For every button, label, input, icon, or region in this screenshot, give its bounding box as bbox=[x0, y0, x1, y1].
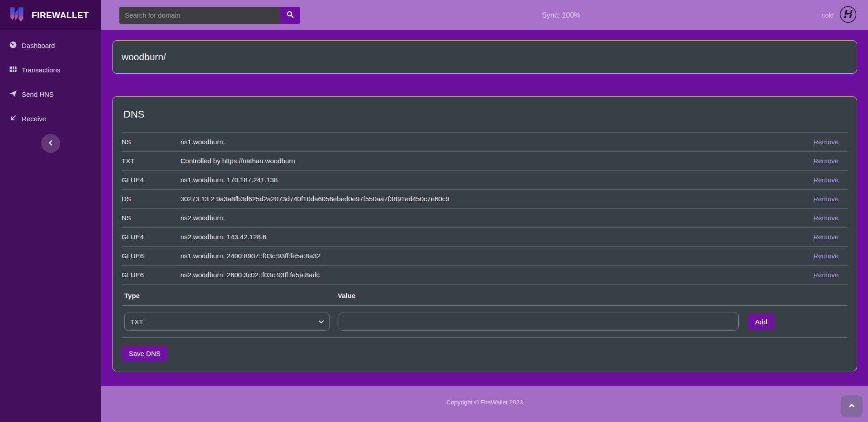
handshake-logo-icon[interactable]: H bbox=[839, 5, 857, 25]
dns-records-table: NS ns1.woodburn. Remove TXT Controlled b… bbox=[122, 132, 848, 284]
record-type-select-wrap: TXT bbox=[124, 313, 330, 331]
table-row: GLUE6 ns2.woodburn. 2600:3c02::f03c:93ff… bbox=[122, 266, 848, 284]
domain-card: woodburn/ bbox=[112, 40, 857, 74]
chevron-left-icon bbox=[48, 140, 53, 147]
record-value: ns1.woodburn. 2400:8907::f03c:93ff:fe5a:… bbox=[180, 247, 813, 266]
search-input[interactable] bbox=[119, 7, 280, 24]
sidebar-item-label: Send HNS bbox=[22, 90, 54, 98]
transactions-icon bbox=[9, 65, 17, 75]
send-icon bbox=[9, 90, 17, 99]
page-title: woodburn/ bbox=[122, 52, 166, 62]
svg-text:H: H bbox=[844, 7, 853, 21]
record-type: GLUE6 bbox=[122, 266, 180, 284]
sync-status: Sync: 100% bbox=[300, 11, 822, 19]
sidebar-item-dashboard[interactable]: Dashboard bbox=[0, 38, 101, 52]
sidebar-item-label: Receive bbox=[22, 115, 46, 123]
table-row: DS 30273 13 2 9a3a8fb3d625d2a2073d740f10… bbox=[122, 190, 848, 209]
record-value: ns1.woodburn. bbox=[180, 133, 813, 152]
remove-link[interactable]: Remove bbox=[813, 233, 839, 241]
add-record-button[interactable]: Add bbox=[748, 313, 774, 330]
remove-link[interactable]: Remove bbox=[813, 214, 839, 222]
sidebar-item-send-hns[interactable]: Send HNS bbox=[0, 87, 101, 101]
header-bar: Sync: 100% cold H bbox=[101, 0, 868, 30]
footer: Copyright © FireWallet 2023 bbox=[101, 386, 868, 422]
remove-link[interactable]: Remove bbox=[813, 157, 839, 165]
record-type: GLUE4 bbox=[122, 171, 180, 190]
table-row: TXT Controlled by https://nathan.woodbur… bbox=[122, 152, 848, 171]
domain-search bbox=[119, 7, 300, 24]
record-type: NS bbox=[122, 209, 180, 228]
record-type: NS bbox=[122, 133, 180, 152]
value-column-header: Value bbox=[338, 292, 848, 299]
add-record-header: Type Value bbox=[122, 284, 848, 306]
record-type: DS bbox=[122, 190, 180, 209]
remove-link[interactable]: Remove bbox=[813, 138, 839, 146]
record-value: Controlled by https://nathan.woodburn bbox=[180, 152, 813, 171]
record-value: ns2.woodburn. 143.42.128.6 bbox=[180, 228, 813, 247]
receive-icon bbox=[9, 114, 17, 123]
table-row: NS ns1.woodburn. Remove bbox=[122, 133, 848, 152]
record-value-input[interactable] bbox=[339, 313, 739, 331]
sidebar: Dashboard Transactions Send HNS Rec bbox=[0, 30, 101, 422]
remove-link[interactable]: Remove bbox=[813, 176, 839, 184]
sidebar-item-receive[interactable]: Receive bbox=[0, 112, 101, 125]
record-value: 30273 13 2 9a3a8fb3d625d2a2073d740f10da6… bbox=[180, 190, 813, 209]
record-type: GLUE6 bbox=[122, 247, 180, 266]
remove-link[interactable]: Remove bbox=[813, 252, 839, 260]
scroll-to-top-button[interactable] bbox=[841, 395, 863, 417]
chevron-up-icon bbox=[849, 403, 855, 410]
sidebar-item-label: Transactions bbox=[22, 66, 60, 74]
copyright-text: Copyright © FireWallet 2023 bbox=[101, 386, 868, 406]
firewallet-logo-icon bbox=[7, 5, 26, 26]
remove-link[interactable]: Remove bbox=[813, 195, 839, 203]
record-type: TXT bbox=[122, 152, 180, 171]
add-record-form: TXT Add bbox=[122, 306, 848, 338]
search-icon bbox=[287, 11, 294, 19]
sidebar-item-label: Dashboard bbox=[22, 42, 55, 49]
wallet-name: cold bbox=[822, 12, 834, 19]
sidebar-collapse-button[interactable] bbox=[41, 134, 60, 153]
record-value: ns1.woodburn. 170.187.241.138 bbox=[180, 171, 813, 190]
search-button[interactable] bbox=[280, 7, 300, 24]
dashboard-icon bbox=[9, 41, 17, 50]
table-row: GLUE4 ns1.woodburn. 170.187.241.138 Remo… bbox=[122, 171, 848, 190]
record-value: ns2.woodburn. 2600:3c02::f03c:93ff:fe5a:… bbox=[180, 266, 813, 284]
dns-card: DNS NS ns1.woodburn. Remove TXT Controll… bbox=[112, 96, 857, 371]
brand-area[interactable]: FIREWALLET bbox=[0, 0, 101, 30]
record-type: GLUE4 bbox=[122, 228, 180, 247]
dns-section-title: DNS bbox=[122, 106, 848, 132]
record-type-select[interactable]: TXT bbox=[124, 313, 330, 331]
type-column-header: Type bbox=[124, 292, 338, 299]
table-row: GLUE4 ns2.woodburn. 143.42.128.6 Remove bbox=[122, 228, 848, 247]
table-row: NS ns2.woodburn. Remove bbox=[122, 209, 848, 228]
wallet-selector[interactable]: cold H bbox=[822, 5, 857, 25]
save-dns-button[interactable]: Save DNS bbox=[122, 345, 168, 362]
top-header: FIREWALLET Sync: 100% cold H bbox=[0, 0, 868, 30]
brand-name: FIREWALLET bbox=[32, 10, 89, 20]
sidebar-item-transactions[interactable]: Transactions bbox=[0, 63, 101, 76]
main-content: woodburn/ DNS NS ns1.woodburn. Remove TX… bbox=[101, 30, 868, 386]
record-value: ns2.woodburn. bbox=[180, 209, 813, 228]
remove-link[interactable]: Remove bbox=[813, 271, 839, 279]
table-row: GLUE6 ns1.woodburn. 2400:8907::f03c:93ff… bbox=[122, 247, 848, 266]
